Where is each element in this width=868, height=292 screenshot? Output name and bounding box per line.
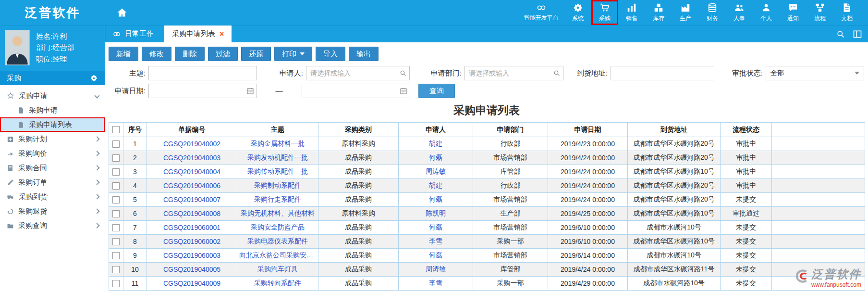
- cell-subject[interactable]: 向北京永益公司采购安全...: [237, 249, 318, 263]
- cell-applicant[interactable]: 何磊: [399, 249, 473, 263]
- sidebar-item-purchase-inquiry[interactable]: 采购询价: [0, 146, 105, 161]
- nav-item-hr[interactable]: 人事: [726, 0, 753, 25]
- table-row[interactable]: 5CGSQ2019040007采购行走系配件成品采购何磊市场营销部2019/4/…: [109, 193, 865, 207]
- column-header[interactable]: 申请日期: [548, 123, 628, 137]
- import-button[interactable]: 导入: [316, 47, 345, 61]
- sidebar-item-purchase-request-form[interactable]: 采购申请: [0, 103, 105, 117]
- column-header[interactable]: 到货地址: [628, 123, 721, 137]
- nav-item-docs[interactable]: 文档: [833, 0, 860, 25]
- column-header[interactable]: 申请人: [399, 123, 473, 137]
- table-row[interactable]: 2CGSQ2019040003采购发动机配件一批成品采购何磊市场营销部2019/…: [109, 151, 865, 165]
- cell-doc-no[interactable]: CGSQ2019040002: [147, 137, 237, 151]
- cell-doc-no[interactable]: CGSQ2019060001: [147, 221, 237, 235]
- address-input[interactable]: [611, 66, 714, 80]
- table-row[interactable]: 3CGSQ2019040004采购传动系配件一批成品采购周涛敏库管部2019/4…: [109, 165, 865, 179]
- cell-doc-no[interactable]: CGSQ2019040004: [147, 165, 237, 179]
- cell-doc-no[interactable]: CGSQ2019040007: [147, 193, 237, 207]
- nav-item-system[interactable]: 系统: [564, 0, 591, 25]
- cell-applicant[interactable]: 陈凯明: [399, 207, 473, 221]
- cell-applicant[interactable]: 李雪: [399, 235, 473, 249]
- cell-doc-no[interactable]: CGSQ2019040008: [147, 207, 237, 221]
- cell-applicant[interactable]: 周涛敏: [399, 165, 473, 179]
- delete-button[interactable]: 删除: [175, 47, 205, 61]
- cell-subject[interactable]: 采购传动系配件一批: [237, 165, 318, 179]
- column-header[interactable]: 序号: [123, 123, 147, 137]
- row-checkbox[interactable]: [112, 280, 120, 287]
- table-row[interactable]: 1CGSQ2019040002采购金属材料一批原材料采购胡建行政部2019/4/…: [109, 137, 865, 151]
- column-header[interactable]: 单据编号: [147, 123, 237, 137]
- table-row[interactable]: 6CGSQ2019040008采购无机材料、其他材料原材料采购陈凯明生产部201…: [109, 207, 865, 221]
- cell-subject[interactable]: 采购电器仪表系配件: [237, 235, 318, 249]
- print-button[interactable]: 打印: [274, 47, 312, 61]
- nav-item-production[interactable]: 生产: [672, 0, 699, 25]
- subject-input[interactable]: [148, 66, 257, 80]
- department-search-icon[interactable]: [553, 69, 561, 77]
- table-row[interactable]: 11CGSQ2019040009采购转向系配件成品采购李雪采购一部2019/4/…: [109, 277, 865, 291]
- cell-applicant[interactable]: 何磊: [399, 193, 473, 207]
- cell-doc-no[interactable]: CGSQ2019040003: [147, 151, 237, 165]
- sidebar-item-purchase-contract[interactable]: 采购合同: [0, 161, 105, 175]
- sidebar-item-purchase-plan[interactable]: 采购计划: [0, 132, 105, 146]
- nav-item-workflow[interactable]: 流程: [807, 0, 833, 25]
- row-checkbox[interactable]: [112, 266, 120, 273]
- nav-item-purchase[interactable]: 采购: [591, 0, 618, 25]
- cell-doc-no[interactable]: CGSQ2019060003: [147, 249, 237, 263]
- row-checkbox[interactable]: [112, 182, 120, 190]
- sidebar-item-purchase-query[interactable]: 采购查询: [0, 218, 105, 233]
- applicant-search-icon[interactable]: [399, 69, 407, 77]
- calendar-icon[interactable]: [246, 87, 254, 95]
- row-checkbox[interactable]: [112, 252, 120, 259]
- cell-applicant[interactable]: 胡建: [399, 137, 473, 151]
- cell-subject[interactable]: 采购安全防盗产品: [237, 221, 318, 235]
- restore-button[interactable]: 还原: [241, 47, 271, 61]
- cell-subject[interactable]: 采购行走系配件: [237, 193, 318, 207]
- sidebar-item-purchase-request[interactable]: 采购申请: [0, 89, 105, 103]
- cell-subject[interactable]: 采购汽车灯具: [237, 263, 318, 277]
- applicant-input[interactable]: [306, 66, 410, 80]
- search-icon[interactable]: [836, 29, 845, 39]
- cell-doc-no[interactable]: CGSQ2019040009: [147, 277, 237, 291]
- cell-subject[interactable]: 采购金属材料一批: [237, 137, 318, 151]
- cell-doc-no[interactable]: CGSQ2019060002: [147, 235, 237, 249]
- cell-doc-no[interactable]: CGSQ2019040005: [147, 263, 237, 277]
- cell-applicant[interactable]: 胡建: [399, 179, 473, 193]
- tab-purchase-request-list[interactable]: 采购申请列表 ×: [164, 25, 232, 42]
- row-checkbox[interactable]: [112, 154, 120, 162]
- date-to-input[interactable]: [302, 84, 410, 98]
- cell-subject[interactable]: 采购无机材料、其他材料: [237, 207, 318, 221]
- query-button[interactable]: 查询: [418, 84, 455, 98]
- sidebar-item-purchase-return[interactable]: 采购退货: [0, 204, 105, 218]
- row-checkbox[interactable]: [112, 168, 120, 176]
- cell-doc-no[interactable]: CGSQ2019040006: [147, 179, 237, 193]
- nav-item-personal[interactable]: 个人: [753, 0, 780, 25]
- row-checkbox[interactable]: [112, 238, 120, 245]
- cell-subject[interactable]: 采购转向系配件: [237, 277, 318, 291]
- nav-item-sales[interactable]: 销售: [618, 0, 645, 25]
- cell-applicant[interactable]: 何磊: [399, 221, 473, 235]
- export-button[interactable]: 输出: [349, 47, 379, 61]
- nav-item-dev-platform[interactable]: 智能开发平台: [518, 0, 564, 25]
- nav-item-finance[interactable]: 财务: [699, 0, 726, 25]
- close-tab-icon[interactable]: ×: [220, 30, 224, 38]
- select-all-checkbox[interactable]: [112, 126, 120, 133]
- department-input[interactable]: [465, 66, 563, 80]
- column-header[interactable]: 流程状态: [721, 123, 772, 137]
- layout-columns-icon[interactable]: [853, 29, 862, 39]
- date-from-input[interactable]: [148, 84, 257, 98]
- nav-item-notice[interactable]: 通知: [780, 0, 807, 25]
- edit-button[interactable]: 修改: [142, 47, 171, 61]
- column-header[interactable]: 主题: [237, 123, 318, 137]
- row-checkbox[interactable]: [112, 210, 120, 217]
- table-row[interactable]: 10CGSQ2019040005采购汽车灯具成品采购周涛敏库管部2019/4/2…: [109, 263, 865, 277]
- table-row[interactable]: 7CGSQ2019060001采购安全防盗产品成品采购何磊市场营销部2019/6…: [109, 221, 865, 235]
- sidebar-item-purchase-arrival[interactable]: 采购到货: [0, 190, 105, 204]
- calendar-icon[interactable]: [400, 87, 407, 95]
- cell-applicant[interactable]: 李雪: [399, 277, 473, 291]
- table-row[interactable]: 8CGSQ2019060002采购电器仪表系配件成品采购李雪采购一部2019/6…: [109, 235, 865, 249]
- sidebar-item-purchase-request-list[interactable]: 采购申请列表: [0, 117, 105, 132]
- column-header[interactable]: 申请部门: [473, 123, 548, 137]
- cell-applicant[interactable]: 何磊: [399, 151, 473, 165]
- settings-gear-icon[interactable]: [90, 74, 98, 82]
- cell-subject[interactable]: 采购制动系配件: [237, 179, 318, 193]
- row-checkbox[interactable]: [112, 224, 120, 231]
